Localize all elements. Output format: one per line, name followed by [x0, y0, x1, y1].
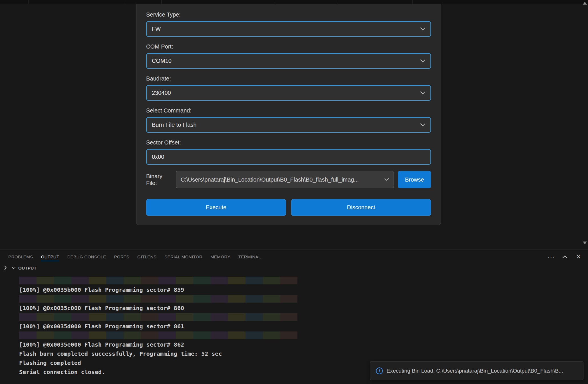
com-port-label: COM Port: — [146, 43, 431, 50]
chevron-right-icon[interactable] — [4, 266, 7, 270]
flash-tool-form: Service Type: FW COM Port: COM10 Baudrat… — [136, 4, 441, 225]
panel-tab-terminal[interactable]: TERMINAL — [234, 250, 265, 264]
select-command-label: Select Command: — [146, 107, 431, 114]
console-line: [100%] @0x0035e000 Flash Programming sec… — [19, 340, 588, 349]
panel-actions: ··· ✕ — [548, 250, 582, 264]
panel-tab-gitlens[interactable]: GITLENS — [133, 250, 160, 264]
console-line: Flash burn completed successfully, Progr… — [19, 349, 588, 358]
panel-tab-label: PROBLEMS — [8, 254, 33, 259]
chevron-down-icon — [420, 91, 425, 95]
panel-tab-label: OUTPUT — [41, 254, 59, 259]
browse-button[interactable]: Browse — [398, 171, 431, 188]
baudrate-value: 230400 — [152, 90, 171, 96]
notification-text: Executing Bin Load: C:\Users\pnataraj\Bi… — [386, 368, 563, 374]
close-panel-icon[interactable]: ✕ — [575, 254, 582, 260]
chevron-down-icon — [420, 59, 425, 63]
panel-tab-memory[interactable]: MEMORY — [206, 250, 234, 264]
panel-tab-ports[interactable]: PORTS — [110, 250, 133, 264]
disconnect-button[interactable]: Disconnect — [291, 199, 431, 216]
command-select[interactable]: Burn File to Flash — [146, 117, 431, 133]
chevron-down-icon — [420, 123, 425, 126]
tab-divider — [412, 0, 413, 4]
panel-tab-serial-monitor[interactable]: SERIAL MONITOR — [160, 250, 206, 264]
panel-tab-label: SERIAL MONITOR — [164, 254, 202, 259]
more-actions-icon[interactable]: ··· — [548, 254, 554, 260]
output-section-header: OUTPUT — [0, 264, 588, 272]
sector-offset-input[interactable] — [146, 149, 431, 165]
editor-tab-strip — [0, 0, 588, 4]
command-value: Burn File to Flash — [152, 122, 197, 128]
panel-tab-bar-wrap: PROBLEMSOUTPUTDEBUG CONSOLEPORTSGITLENSS… — [0, 250, 588, 264]
console-line: [100%] @0x0035d000 Flash Programming sec… — [19, 322, 588, 331]
tab-divider — [276, 0, 276, 4]
com-port-select[interactable]: COM10 — [146, 53, 431, 69]
chevron-down-icon — [420, 27, 425, 31]
panel-tab-label: GITLENS — [137, 254, 156, 259]
baudrate-select[interactable]: 230400 — [146, 85, 431, 101]
tab-divider — [28, 0, 29, 4]
panel-tab-output[interactable]: OUTPUT — [37, 250, 63, 264]
notification-toast[interactable]: i Executing Bin Load: C:\Users\pnataraj\… — [370, 361, 583, 380]
panel-tab-label: MEMORY — [210, 254, 230, 259]
service-type-label: Service Type: — [146, 11, 431, 18]
ansi-progress-bar — [19, 277, 297, 284]
sector-offset-label: Sector Offset: — [146, 139, 431, 146]
tab-divider — [124, 0, 124, 4]
ansi-progress-bar — [19, 331, 297, 339]
panel-tab-label: DEBUG CONSOLE — [67, 254, 106, 259]
maximize-panel-icon[interactable] — [562, 254, 568, 260]
binary-file-select[interactable]: C:\Users\pnataraj\Bin_Location\Output\B0… — [176, 171, 394, 188]
tab-divider — [338, 0, 338, 4]
service-type-select[interactable]: FW — [146, 21, 431, 37]
scroll-up-icon[interactable] — [583, 2, 587, 5]
binary-file-label: Binary File: — [146, 173, 172, 186]
scroll-down-icon[interactable] — [583, 242, 587, 244]
output-section-title: OUTPUT — [18, 266, 37, 270]
panel-tab-label: TERMINAL — [238, 254, 261, 259]
chevron-down-icon[interactable] — [12, 267, 16, 269]
info-icon: i — [376, 367, 383, 374]
form-actions-row: Execute Disconnect — [146, 199, 431, 216]
console-line: [100%] @0x0035c000 Flash Programming sec… — [19, 303, 588, 313]
service-type-value: FW — [152, 26, 161, 32]
tab-divider — [161, 0, 162, 4]
com-port-value: COM10 — [152, 58, 172, 64]
ansi-progress-bar — [19, 313, 297, 321]
panel-tab-debug-console[interactable]: DEBUG CONSOLE — [63, 250, 110, 264]
binary-file-row: Binary File: C:\Users\pnataraj\Bin_Locat… — [146, 171, 431, 188]
baudrate-label: Baudrate: — [146, 75, 431, 82]
console-line: [100%] @0x0035b000 Flash Programming sec… — [19, 285, 588, 294]
binary-file-value: C:\Users\pnataraj\Bin_Location\Output\B0… — [181, 176, 359, 183]
panel-tab-bar: PROBLEMSOUTPUTDEBUG CONSOLEPORTSGITLENSS… — [4, 250, 265, 264]
panel-tab-problems[interactable]: PROBLEMS — [4, 250, 37, 264]
chevron-down-icon — [384, 178, 389, 181]
execute-button[interactable]: Execute — [146, 199, 286, 216]
panel-tab-label: PORTS — [114, 254, 129, 259]
ansi-progress-bar — [19, 295, 297, 303]
